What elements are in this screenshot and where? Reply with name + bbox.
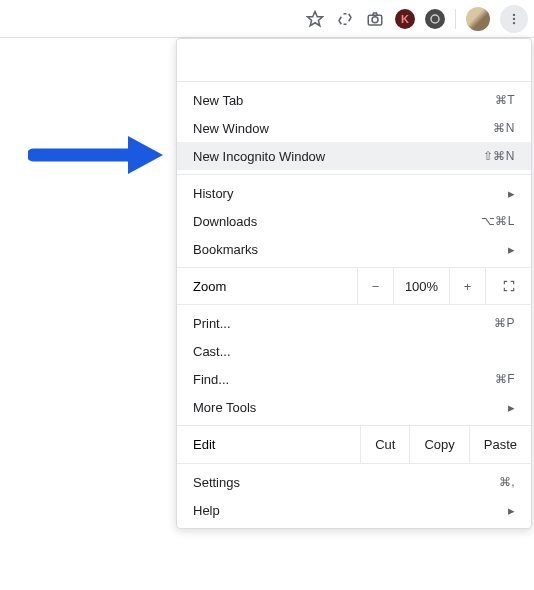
extension-k-icon[interactable]: K xyxy=(395,9,415,29)
camera-icon[interactable] xyxy=(365,9,385,29)
pointer-arrow xyxy=(28,130,168,183)
browser-toolbar: K xyxy=(0,0,534,38)
menu-item-find[interactable]: Find... ⌘F xyxy=(177,365,531,393)
copy-button[interactable]: Copy xyxy=(409,426,468,463)
menu-edit-row: Edit Cut Copy Paste xyxy=(177,425,531,463)
menu-zoom-row: Zoom − 100% + xyxy=(177,267,531,304)
edit-label: Edit xyxy=(177,426,360,463)
menu-item-new-tab[interactable]: New Tab ⌘T xyxy=(177,86,531,114)
menu-item-label: Bookmarks xyxy=(193,242,508,257)
menu-item-label: Settings xyxy=(193,475,499,490)
menu-group-3: Print... ⌘P Cast... Find... ⌘F More Tool… xyxy=(177,304,531,425)
chevron-right-icon: ▸ xyxy=(508,186,515,201)
menu-item-label: History xyxy=(193,186,508,201)
chevron-right-icon: ▸ xyxy=(508,400,515,415)
menu-item-new-incognito[interactable]: New Incognito Window ⇧⌘N xyxy=(177,142,531,170)
fullscreen-button[interactable] xyxy=(485,268,531,304)
menu-item-shortcut: ⌘T xyxy=(495,93,515,107)
zoom-level: 100% xyxy=(393,268,449,304)
menu-item-shortcut: ⌘, xyxy=(499,475,515,489)
menu-item-label: New Tab xyxy=(193,93,495,108)
menu-item-label: Cast... xyxy=(193,344,515,359)
main-menu: New Tab ⌘T New Window ⌘N New Incognito W… xyxy=(176,38,532,529)
menu-item-settings[interactable]: Settings ⌘, xyxy=(177,468,531,496)
star-icon[interactable] xyxy=(305,9,325,29)
menu-item-label: Find... xyxy=(193,372,495,387)
menu-item-bookmarks[interactable]: Bookmarks ▸ xyxy=(177,235,531,263)
menu-item-shortcut: ⌘P xyxy=(494,316,515,330)
menu-button[interactable] xyxy=(500,5,528,33)
toolbar-separator xyxy=(455,9,456,29)
menu-item-downloads[interactable]: Downloads ⌥⌘L xyxy=(177,207,531,235)
menu-item-shortcut: ⌘N xyxy=(493,121,515,135)
menu-item-label: New Window xyxy=(193,121,493,136)
menu-item-more-tools[interactable]: More Tools ▸ xyxy=(177,393,531,421)
menu-item-label: Print... xyxy=(193,316,494,331)
menu-item-shortcut: ⇧⌘N xyxy=(483,149,515,163)
menu-item-label: Downloads xyxy=(193,214,481,229)
menu-item-print[interactable]: Print... ⌘P xyxy=(177,309,531,337)
paste-button[interactable]: Paste xyxy=(469,426,531,463)
menu-item-label: More Tools xyxy=(193,400,508,415)
menu-item-label: Help xyxy=(193,503,508,518)
svg-point-3 xyxy=(431,15,439,23)
menu-item-history[interactable]: History ▸ xyxy=(177,179,531,207)
zoom-in-button[interactable]: + xyxy=(449,268,485,304)
profile-avatar[interactable] xyxy=(466,7,490,31)
svg-point-4 xyxy=(513,13,515,15)
recycle-icon[interactable] xyxy=(335,9,355,29)
extension-k-label: K xyxy=(401,13,409,25)
chevron-right-icon: ▸ xyxy=(508,242,515,257)
menu-group-1: New Tab ⌘T New Window ⌘N New Incognito W… xyxy=(177,81,531,174)
menu-item-label: New Incognito Window xyxy=(193,149,483,164)
menu-item-help[interactable]: Help ▸ xyxy=(177,496,531,524)
svg-point-6 xyxy=(513,21,515,23)
menu-item-shortcut: ⌥⌘L xyxy=(481,214,515,228)
menu-group-2: History ▸ Downloads ⌥⌘L Bookmarks ▸ xyxy=(177,174,531,267)
menu-item-cast[interactable]: Cast... xyxy=(177,337,531,365)
menu-group-4: Settings ⌘, Help ▸ xyxy=(177,463,531,528)
svg-point-2 xyxy=(372,16,378,22)
menu-item-shortcut: ⌘F xyxy=(495,372,515,386)
chevron-right-icon: ▸ xyxy=(508,503,515,518)
cut-button[interactable]: Cut xyxy=(360,426,409,463)
svg-point-5 xyxy=(513,17,515,19)
menu-item-new-window[interactable]: New Window ⌘N xyxy=(177,114,531,142)
svg-marker-0 xyxy=(308,11,323,25)
zoom-label: Zoom xyxy=(177,268,357,304)
zoom-out-button[interactable]: − xyxy=(357,268,393,304)
extension-circle-icon[interactable] xyxy=(425,9,445,29)
